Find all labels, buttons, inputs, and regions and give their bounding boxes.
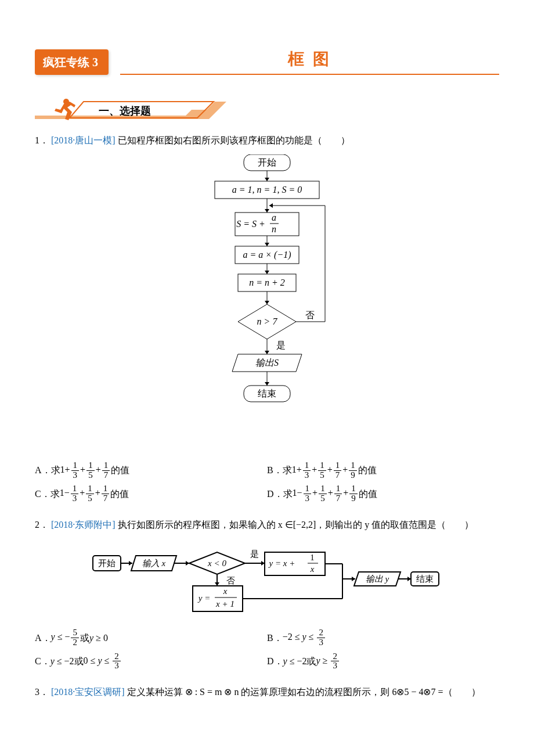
page-title: 框 图 xyxy=(120,46,499,75)
question-2: 2． [2018·东师附中] 执行如图所示的程序框图，如果输入的 x ∈[−2,… xyxy=(35,517,499,532)
svg-marker-33 xyxy=(269,203,273,208)
q2-d-expr: y ≤ −2 xyxy=(283,654,307,669)
svg-text:结束: 结束 xyxy=(416,574,434,584)
q2-d-prefix: D． xyxy=(267,654,283,669)
svg-text:是: 是 xyxy=(250,549,259,559)
q3-text: 定义某种运算 ⊗ : S = m ⊗ n 的运算原理如右边的流程图所示，则 6⊗… xyxy=(127,687,481,697)
svg-marker-40 xyxy=(265,382,269,386)
q1-a-expr: 1+13+15+17 xyxy=(60,461,111,480)
q1-d-prefix: D．求 xyxy=(267,487,293,502)
q2-c-mid: 或 xyxy=(74,654,84,669)
q2-a-mid: 或 xyxy=(80,631,89,646)
svg-marker-6 xyxy=(265,178,269,181)
svg-marker-18 xyxy=(265,243,269,246)
q1-options: A．求 1+13+15+17 的值 B．求 1+13+15+17+19 的值 C… xyxy=(35,459,499,506)
svg-text:x < 0: x < 0 xyxy=(207,559,226,568)
svg-text:n = n + 2: n = n + 2 xyxy=(249,278,285,287)
svg-marker-26 xyxy=(265,301,269,304)
svg-text:x: x xyxy=(310,564,315,574)
svg-text:y =: y = xyxy=(197,593,211,603)
q1-c-suffix: 的值 xyxy=(110,487,129,502)
svg-marker-10 xyxy=(265,209,269,213)
svg-text:开始: 开始 xyxy=(98,559,116,568)
svg-marker-73 xyxy=(352,577,355,581)
q1-option-a[interactable]: A．求 1+13+15+17 的值 xyxy=(35,459,267,483)
svg-text:1: 1 xyxy=(310,553,315,562)
svg-text:n: n xyxy=(272,224,276,234)
q2-d-expr2: y ≥ 23 xyxy=(316,652,340,671)
svg-marker-22 xyxy=(265,271,269,274)
svg-text:S = S +: S = S + xyxy=(236,219,265,229)
q1-b-suffix: 的值 xyxy=(358,463,377,478)
svg-text:输出S: 输出S xyxy=(255,358,279,368)
svg-text:输出 y: 输出 y xyxy=(366,574,389,584)
question-3: 3． [2018·宝安区调研] 定义某种运算 ⊗ : S = m ⊗ n 的运算… xyxy=(35,685,499,700)
q1-option-d[interactable]: D．求 1−13+15+17+19 的值 xyxy=(267,482,499,506)
q2-b-prefix: B． xyxy=(267,631,283,646)
q2-option-d[interactable]: D． y ≤ −2 或 y ≥ 23 xyxy=(267,650,499,674)
section-header: 一、选择题 xyxy=(35,98,499,123)
q2-flowchart: 开始 输入 x x < 0 是 y = x + 1 x 否 y = x x + … xyxy=(35,538,499,618)
q2-option-a[interactable]: A． y ≤ −52 或 y ≥ 0 xyxy=(35,626,267,650)
page-header: 疯狂专练 3 框 图 xyxy=(35,46,499,75)
q2-c-expr: y ≤ −2 xyxy=(50,654,74,669)
svg-text:x + 1: x + 1 xyxy=(215,599,234,609)
svg-text:n > 7: n > 7 xyxy=(257,316,278,326)
q2-option-c[interactable]: C． y ≤ −2 或 0 ≤ y ≤ 23 xyxy=(35,650,267,674)
q1-text: 已知程序框图如右图所示则该程序框图的功能是（ ） xyxy=(118,135,350,145)
svg-text:开始: 开始 xyxy=(258,157,276,167)
svg-marker-35 xyxy=(265,351,269,354)
q2-a-prefix: A． xyxy=(35,631,51,646)
svg-text:是: 是 xyxy=(276,340,286,350)
q1-a-prefix: A．求 xyxy=(35,463,60,478)
q2-c-expr2: 0 ≤ y ≤ 23 xyxy=(84,652,122,671)
q2-option-b[interactable]: B． −2 ≤ y ≤ 23 xyxy=(267,626,499,650)
svg-text:y = x +: y = x + xyxy=(268,559,295,568)
q3-number: 3． xyxy=(35,687,49,697)
q1-flowchart: 开始 a = 1, n = 1, S = 0 S = S + a n a = a… xyxy=(35,154,499,449)
q1-source: [2018·唐山一模] xyxy=(51,135,116,145)
q2-a-expr: y ≤ −52 xyxy=(51,628,80,647)
practice-badge: 疯狂专练 3 xyxy=(35,49,109,75)
svg-text:x: x xyxy=(223,586,228,596)
q2-d-mid: 或 xyxy=(306,654,316,669)
q1-d-suffix: 的值 xyxy=(359,487,377,502)
svg-text:a = 1, n = 1, S = 0: a = 1, n = 1, S = 0 xyxy=(232,185,302,195)
q3-source: [2018·宝安区调研] xyxy=(51,687,125,697)
section-title: 一、选择题 xyxy=(99,103,151,120)
q2-b-expr: −2 ≤ y ≤ 23 xyxy=(283,628,326,647)
q2-a-expr2: y ≥ 0 xyxy=(89,631,108,646)
svg-text:否: 否 xyxy=(226,576,235,585)
q2-options: A． y ≤ −52 或 y ≥ 0 B． −2 ≤ y ≤ 23 C． y ≤… xyxy=(35,626,499,673)
q1-c-prefix: C．求 xyxy=(35,487,60,502)
q1-option-b[interactable]: B．求 1+13+15+17+19 的值 xyxy=(267,459,499,483)
q1-b-prefix: B．求 xyxy=(267,463,292,478)
svg-text:结束: 结束 xyxy=(258,388,276,398)
svg-marker-46 xyxy=(129,561,132,566)
q2-text: 执行如图所示的程序框图，如果输入的 x ∈[−2,2]，则输出的 y 值的取值范… xyxy=(118,520,474,530)
question-1: 1． [2018·唐山一模] 已知程序框图如右图所示则该程序框图的功能是（ ） xyxy=(35,133,499,148)
svg-text:a = a × (−1): a = a × (−1) xyxy=(243,250,291,260)
q1-c-expr: 1−13+15+17 xyxy=(60,484,111,503)
q2-c-prefix: C． xyxy=(35,654,50,669)
q2-number: 2． xyxy=(35,520,49,530)
svg-text:输入 x: 输入 x xyxy=(142,559,166,568)
q1-b-expr: 1+13+15+17+19 xyxy=(292,461,358,480)
q1-number: 1． xyxy=(35,135,49,145)
q2-source: [2018·东师附中] xyxy=(51,520,116,530)
q1-option-c[interactable]: C．求 1−13+15+17 的值 xyxy=(35,482,267,506)
runner-icon xyxy=(46,97,81,123)
q1-a-suffix: 的值 xyxy=(111,463,129,478)
q1-d-expr: 1−13+15+17+19 xyxy=(293,484,359,503)
svg-text:否: 否 xyxy=(305,310,315,320)
svg-text:a: a xyxy=(272,213,276,222)
